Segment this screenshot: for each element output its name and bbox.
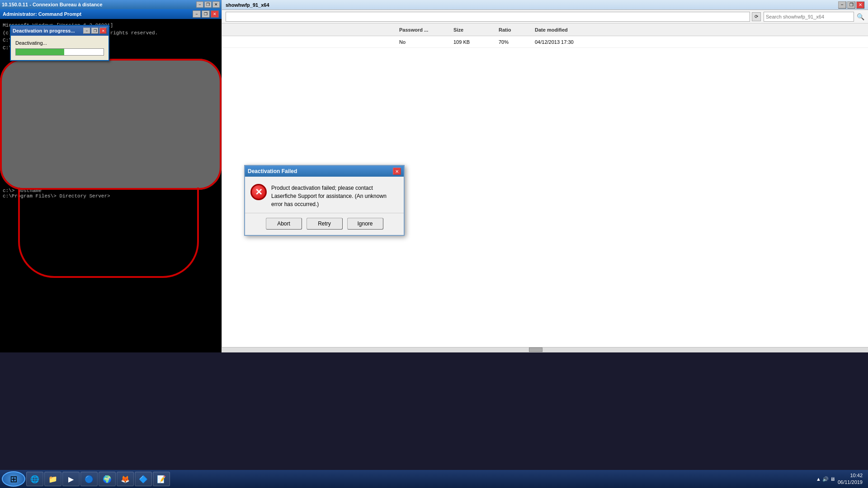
error-icon: ✕: [250, 184, 267, 200]
dfd-title: Deactivation Failed: [248, 168, 297, 174]
deact-progress-minimize-button[interactable]: −: [83, 28, 90, 34]
fe-restore-button[interactable]: ❐: [847, 1, 855, 9]
fe-column-ratio[interactable]: Ratio: [497, 27, 533, 33]
fe-search-input[interactable]: [764, 12, 854, 22]
fe-column-size[interactable]: Size: [452, 27, 497, 33]
abort-button[interactable]: Abort: [266, 218, 302, 230]
cmd-minimize-button[interactable]: −: [193, 10, 201, 18]
start-icon: ⊞: [10, 474, 18, 484]
cmd-close-button[interactable]: ✕: [211, 10, 219, 18]
fe-cell-date: 04/12/2013 17:30: [533, 39, 601, 45]
taskbar-tray: ▲ 🔊 🖥 10:42 06/11/2019: [812, 472, 866, 486]
rdp-title-text: 10.150.0.11 - Connexion Bureau à distanc…: [2, 2, 103, 7]
rdp-restore-button[interactable]: ❐: [204, 1, 212, 8]
fe-cell-size: 109 KB: [452, 39, 497, 45]
red-bottom-shape: [0, 188, 222, 278]
deact-progress-buttons: − ❐ ✕: [83, 28, 107, 34]
fe-cell-ratio: 70%: [497, 39, 533, 45]
taskbar-item-chrome[interactable]: 🌍: [99, 472, 116, 486]
taskbar: ⊞ 🌐 📁 ▶ 🔵 🌍 🦊 🔷 📝 ▲ 🔊 🖥 10:42 06/11/2019: [0, 470, 868, 488]
rdp-close-button[interactable]: ✕: [212, 1, 220, 8]
retry-button[interactable]: Retry: [307, 218, 343, 230]
taskbar-item-app1[interactable]: 🔵: [80, 472, 98, 486]
red-bottom-curve: [18, 188, 199, 278]
taskbar-clock[interactable]: 10:42 06/11/2019: [838, 472, 863, 486]
taskbar-item-word[interactable]: 📝: [153, 472, 170, 486]
fe-column-password[interactable]: Password ...: [397, 27, 452, 33]
rdp-titlebar-buttons: − ❐ ✕: [196, 1, 220, 8]
deact-progress-close-button[interactable]: ✕: [99, 28, 107, 34]
ie-icon: 🌐: [30, 474, 39, 483]
taskbar-item-folder[interactable]: 📁: [44, 472, 61, 486]
table-row[interactable]: No 109 KB 70% 04/12/2013 17:30: [222, 36, 868, 48]
fe-address-input[interactable]: [226, 12, 750, 22]
rdp-titlebar: 10.150.0.11 - Connexion Bureau à distanc…: [0, 0, 222, 9]
start-button[interactable]: ⊞: [2, 471, 25, 487]
fe-address-bar: ⟳ 🔍: [222, 10, 868, 23]
fe-minimize-button[interactable]: −: [838, 1, 846, 9]
dfd-titlebar: Deactivation Failed ✕: [245, 166, 404, 177]
taskbar-item-media[interactable]: ▶: [62, 472, 80, 486]
dfd-separator: [245, 213, 404, 213]
deactivating-label: Deactivating...: [15, 40, 104, 46]
fe-scrollbar-thumb[interactable]: [529, 347, 542, 352]
file-explorer-title: showhwfp_91_x64: [226, 2, 269, 8]
fe-close-button[interactable]: ✕: [856, 1, 864, 9]
deact-progress-restore-button[interactable]: ❐: [91, 28, 99, 34]
taskbar-item-app2[interactable]: 🔷: [135, 472, 152, 486]
tray-icons: ▲ 🔊 🖥: [816, 476, 835, 482]
chrome-icon: 🌍: [103, 474, 112, 483]
firefox-icon: 🦊: [121, 474, 130, 483]
cmd-title-text: Administrator: Command Prompt: [3, 11, 81, 17]
rdp-minimize-button[interactable]: −: [196, 1, 203, 8]
deact-progress-titlebar: Deactivation in progress... − ❐ ✕: [11, 26, 108, 36]
word-icon: 📝: [157, 474, 166, 483]
folder-icon: 📁: [48, 474, 57, 483]
fe-cell-password: No: [397, 39, 452, 45]
fe-titlebar-buttons: − ❐ ✕: [838, 1, 864, 9]
error-circle-icon: ✕: [250, 184, 267, 200]
dfd-buttons: Abort Retry Ignore: [245, 218, 404, 235]
cmd-restore-button[interactable]: ❐: [202, 10, 210, 18]
file-explorer-titlebar: showhwfp_91_x64 − ❐ ✕: [222, 0, 868, 10]
gray-overlay: [0, 59, 222, 190]
app1-icon: 🔵: [85, 474, 94, 483]
fe-list-header: Password ... Size Ratio Date modified: [222, 23, 868, 36]
dfd-close-button[interactable]: ✕: [393, 168, 401, 175]
fe-horizontal-scrollbar[interactable]: [222, 347, 868, 352]
deactivation-progress-dialog: Deactivation in progress... − ❐ ✕ Deacti…: [10, 25, 109, 61]
dfd-body: ✕ Product deactivation failed; please co…: [245, 177, 404, 213]
media-icon: ▶: [66, 474, 75, 483]
fe-column-date[interactable]: Date modified: [533, 27, 601, 33]
taskbar-time-display: 10:42: [838, 472, 863, 479]
deact-progress-title: Deactivation in progress...: [13, 28, 75, 33]
taskbar-item-ie[interactable]: 🌐: [26, 472, 43, 486]
fe-refresh-button[interactable]: ⟳: [752, 12, 761, 21]
dfd-message: Product deactivation failed; please cont…: [271, 184, 398, 208]
deact-progress-body: Deactivating...: [11, 36, 108, 60]
cmd-titlebar-buttons: − ❐ ✕: [193, 10, 219, 18]
progress-bar-container: [15, 48, 104, 56]
app2-icon: 🔷: [139, 474, 148, 483]
deactivation-failed-dialog: Deactivation Failed ✕ ✕ Product deactiva…: [244, 165, 405, 236]
ignore-button[interactable]: Ignore: [347, 218, 383, 230]
search-icon: 🔍: [857, 13, 864, 20]
taskbar-item-firefox[interactable]: 🦊: [117, 472, 134, 486]
taskbar-date-display: 06/11/2019: [838, 479, 863, 486]
cmd-titlebar: Administrator: Command Prompt − ❐ ✕: [0, 9, 222, 19]
progress-bar-fill: [16, 49, 64, 55]
